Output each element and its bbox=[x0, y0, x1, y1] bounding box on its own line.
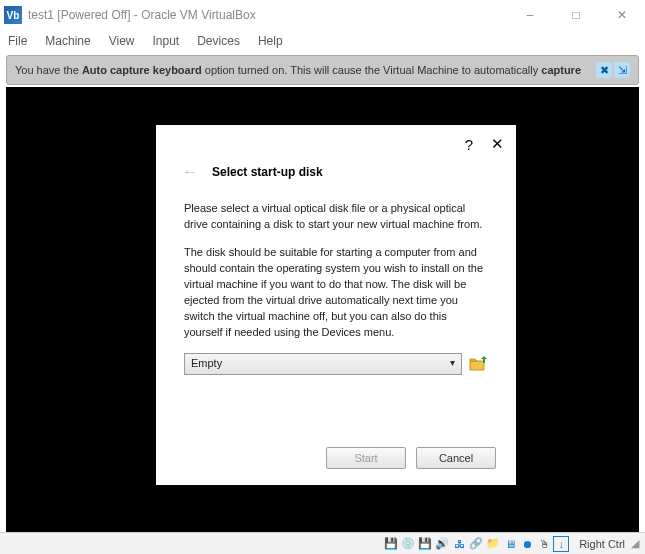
dialog-help-button[interactable]: ? bbox=[465, 136, 473, 153]
menu-view[interactable]: View bbox=[109, 34, 135, 48]
usb-icon[interactable]: 🔗 bbox=[468, 536, 484, 552]
notification-text: You have the Auto capture keyboard optio… bbox=[15, 63, 590, 77]
start-button[interactable]: Start bbox=[326, 447, 406, 469]
menu-machine[interactable]: Machine bbox=[45, 34, 90, 48]
resize-grip-icon: ◢ bbox=[631, 537, 639, 550]
menu-help[interactable]: Help bbox=[258, 34, 283, 48]
vm-display-area: ? ✕ ← Select start-up disk Please select… bbox=[6, 87, 639, 535]
display-icon[interactable]: 🖥 bbox=[502, 536, 518, 552]
network-icon[interactable]: 🖧 bbox=[451, 536, 467, 552]
dialog-paragraph-2: The disk should be suitable for starting… bbox=[184, 245, 488, 341]
optical-drive-icon[interactable]: 💿 bbox=[400, 536, 416, 552]
startup-disk-dialog: ? ✕ ← Select start-up disk Please select… bbox=[156, 125, 516, 485]
menu-input[interactable]: Input bbox=[153, 34, 180, 48]
notification-dismiss-icon[interactable]: ✖ bbox=[596, 62, 612, 78]
keyboard-capture-icon[interactable]: ↓ bbox=[553, 536, 569, 552]
notification-bar: You have the Auto capture keyboard optio… bbox=[6, 55, 639, 85]
back-arrow-icon[interactable]: ← bbox=[182, 163, 198, 181]
hard-disk-icon[interactable]: 💾 bbox=[383, 536, 399, 552]
notification-expand-icon[interactable]: ⇲ bbox=[614, 62, 630, 78]
dialog-close-button[interactable]: ✕ bbox=[491, 135, 504, 153]
virtualbox-app-icon: Vb bbox=[4, 6, 22, 24]
menu-devices[interactable]: Devices bbox=[197, 34, 240, 48]
mouse-integration-icon[interactable]: 🖱 bbox=[536, 536, 552, 552]
menu-bar: File Machine View Input Devices Help bbox=[0, 30, 645, 52]
window-titlebar: Vb test1 [Powered Off] - Oracle VM Virtu… bbox=[0, 0, 645, 30]
host-key-label: Right Ctrl bbox=[579, 538, 625, 550]
close-window-button[interactable]: ✕ bbox=[599, 0, 645, 30]
minimize-button[interactable]: – bbox=[507, 0, 553, 30]
cancel-button[interactable]: Cancel bbox=[416, 447, 496, 469]
dialog-paragraph-1: Please select a virtual optical disk fil… bbox=[184, 201, 488, 233]
maximize-button[interactable]: □ bbox=[553, 0, 599, 30]
disk-select-value: Empty bbox=[191, 356, 222, 372]
folder-up-icon bbox=[469, 356, 487, 372]
window-title: test1 [Powered Off] - Oracle VM VirtualB… bbox=[28, 8, 507, 22]
audio-icon[interactable]: 🔊 bbox=[434, 536, 450, 552]
status-bar: 💾 💿 💾 🔊 🖧 🔗 📁 🖥 ⏺ 🖱 ↓ Right Ctrl ◢ bbox=[0, 532, 645, 554]
dialog-title: Select start-up disk bbox=[212, 165, 323, 179]
shared-folders-icon[interactable]: 📁 bbox=[485, 536, 501, 552]
floppy-icon[interactable]: 💾 bbox=[417, 536, 433, 552]
browse-disk-button[interactable] bbox=[468, 354, 488, 374]
menu-file[interactable]: File bbox=[8, 34, 27, 48]
recording-icon[interactable]: ⏺ bbox=[519, 536, 535, 552]
disk-select-combobox[interactable]: Empty bbox=[184, 353, 462, 375]
